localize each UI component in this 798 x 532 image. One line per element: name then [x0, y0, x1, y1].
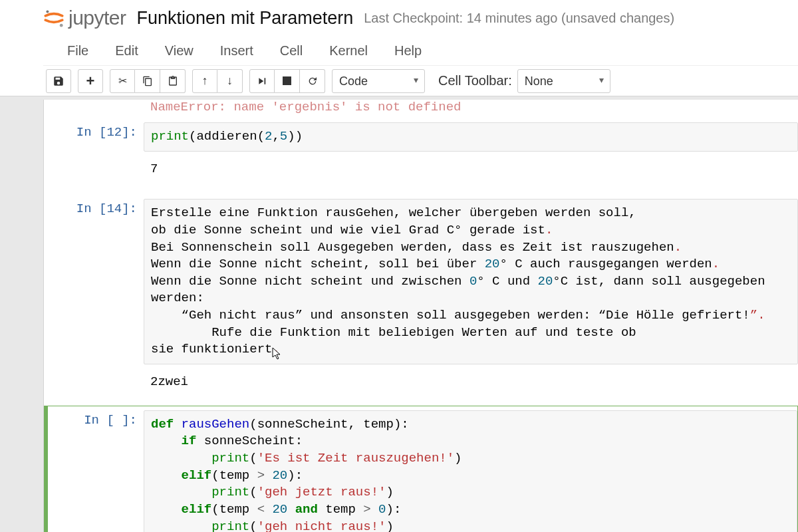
output-12: 7	[144, 160, 798, 180]
stop-icon	[283, 76, 291, 85]
code-cell-12[interactable]: In [12]: print(addieren(2,5))	[44, 118, 798, 156]
svg-point-1	[60, 24, 63, 27]
code-input-active[interactable]: def rausGehen(sonneScheint, temp): if so…	[144, 410, 797, 532]
run-button[interactable]	[249, 69, 275, 93]
add-cell-button[interactable]: +	[78, 69, 103, 93]
interrupt-button[interactable]	[275, 69, 300, 93]
prompt-in-active: In [ ]:	[48, 410, 144, 532]
prompt-in-12: In [12]:	[44, 122, 144, 152]
code-input-14[interactable]: Erstelle eine Funktion rausGehen, welche…	[144, 199, 798, 364]
active-code-cell[interactable]: In [ ]: def rausGehen(sonneScheint, temp…	[44, 406, 798, 532]
output-cell-14: 2zwei	[44, 368, 798, 396]
jupyter-logo[interactable]: jupyter	[43, 7, 126, 29]
cell-type-select[interactable]: Code	[332, 69, 425, 93]
paste-icon	[168, 76, 178, 86]
code-cell-14[interactable]: In [14]: Erstelle eine Funktion rausGehe…	[44, 195, 798, 368]
cell-toolbar-select[interactable]: None	[517, 69, 610, 93]
refresh-icon	[307, 76, 318, 86]
arrow-down-icon: ↓	[227, 74, 233, 88]
paste-button[interactable]	[160, 69, 186, 93]
move-down-button[interactable]: ↓	[217, 69, 243, 93]
menu-file[interactable]: File	[54, 39, 102, 63]
toolbar: + ✂ ↑ ↓	[43, 65, 798, 96]
menu-insert[interactable]: Insert	[207, 39, 267, 63]
menu-bar: File Edit View Insert Cell Kernel Help	[43, 36, 798, 65]
cut-button[interactable]: ✂	[110, 69, 135, 93]
menu-help[interactable]: Help	[381, 39, 435, 63]
plus-icon: +	[86, 72, 95, 90]
checkpoint-status: Last Checkpoint: 14 minutes ago (unsaved…	[364, 11, 674, 26]
scissors-icon: ✂	[118, 74, 127, 87]
output-cell-12: 7	[44, 156, 798, 184]
output-14: 2zwei	[144, 372, 798, 392]
code-input-12[interactable]: print(addieren(2,5))	[144, 122, 798, 152]
copy-icon	[142, 76, 153, 86]
menu-kernel[interactable]: Kernel	[316, 39, 381, 63]
notebook-title[interactable]: Funktionen mit Parametern	[137, 8, 354, 29]
logo-text: jupyter	[68, 7, 126, 29]
step-forward-icon	[257, 76, 267, 86]
svg-point-0	[46, 10, 49, 13]
menu-edit[interactable]: Edit	[102, 39, 151, 63]
arrow-up-icon: ↑	[202, 74, 208, 88]
header: jupyter Funktionen mit Parametern Last C…	[0, 0, 798, 96]
error-output-truncated: NameError: name 'ergebnis' is not define…	[44, 100, 798, 118]
save-button[interactable]	[46, 69, 71, 93]
prompt-in-14: In [14]:	[44, 199, 144, 364]
prompt-out-12	[44, 160, 144, 180]
menu-view[interactable]: View	[152, 39, 207, 63]
cell-toolbar-label: Cell Toolbar:	[438, 73, 512, 88]
move-up-button[interactable]: ↑	[192, 69, 217, 93]
restart-button[interactable]	[300, 69, 325, 93]
save-icon	[53, 75, 65, 87]
menu-cell[interactable]: Cell	[267, 39, 316, 63]
copy-button[interactable]	[135, 69, 160, 93]
prompt-out-14	[44, 372, 144, 392]
notebook-area: NameError: name 'ergebnis' is not define…	[43, 100, 798, 532]
jupyter-icon	[43, 7, 65, 29]
